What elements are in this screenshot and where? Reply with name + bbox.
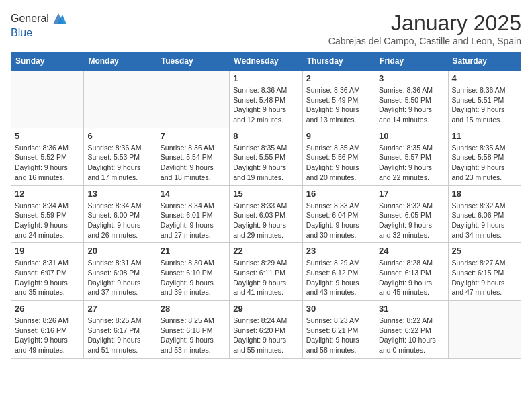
calendar-cell: 14Sunrise: 8:34 AMSunset: 6:01 PMDayligh… (157, 185, 229, 243)
day-number: 17 (379, 189, 444, 199)
calendar-cell: 18Sunrise: 8:32 AMSunset: 6:06 PMDayligh… (448, 185, 521, 243)
day-info: Sunrise: 8:34 AMSunset: 6:01 PMDaylight:… (161, 201, 226, 240)
calendar-cell: 13Sunrise: 8:34 AMSunset: 6:00 PMDayligh… (84, 185, 157, 243)
day-info: Sunrise: 8:35 AMSunset: 5:55 PMDaylight:… (233, 143, 298, 183)
calendar-cell: 19Sunrise: 8:31 AMSunset: 6:07 PMDayligh… (11, 243, 84, 301)
day-number: 11 (452, 131, 517, 141)
day-number: 21 (161, 246, 226, 256)
day-number: 24 (379, 246, 444, 256)
weekday-header-monday: Monday (84, 52, 157, 71)
day-info: Sunrise: 8:32 AMSunset: 6:06 PMDaylight:… (452, 201, 517, 240)
day-number: 9 (306, 131, 371, 141)
calendar-week-row: 5Sunrise: 8:36 AMSunset: 5:52 PMDaylight… (11, 128, 521, 185)
page-header: General Blue January 2025 Cabrejas del C… (11, 11, 521, 46)
month-title: January 2025 (328, 11, 521, 36)
calendar-week-row: 26Sunrise: 8:26 AMSunset: 6:16 PMDayligh… (11, 301, 521, 359)
calendar-cell: 25Sunrise: 8:27 AMSunset: 6:15 PMDayligh… (448, 243, 521, 301)
day-number: 15 (233, 189, 298, 199)
logo-blue-text: Blue (11, 27, 66, 39)
day-info: Sunrise: 8:33 AMSunset: 6:03 PMDaylight:… (233, 201, 298, 240)
location-subtitle: Cabrejas del Campo, Castille and Leon, S… (328, 36, 521, 46)
day-number: 23 (306, 246, 371, 256)
calendar-cell: 16Sunrise: 8:33 AMSunset: 6:04 PMDayligh… (302, 185, 375, 243)
day-info: Sunrise: 8:25 AMSunset: 6:18 PMDaylight:… (161, 316, 226, 355)
day-info: Sunrise: 8:27 AMSunset: 6:15 PMDaylight:… (452, 258, 517, 298)
calendar-cell: 24Sunrise: 8:28 AMSunset: 6:13 PMDayligh… (375, 243, 448, 301)
day-info: Sunrise: 8:34 AMSunset: 5:59 PMDaylight:… (15, 201, 80, 240)
day-number: 5 (15, 131, 80, 141)
day-info: Sunrise: 8:22 AMSunset: 6:22 PMDaylight:… (379, 316, 444, 355)
calendar-cell: 7Sunrise: 8:36 AMSunset: 5:54 PMDaylight… (157, 128, 229, 185)
day-info: Sunrise: 8:36 AMSunset: 5:49 PMDaylight:… (306, 85, 371, 125)
day-info: Sunrise: 8:36 AMSunset: 5:52 PMDaylight:… (15, 143, 80, 183)
day-info: Sunrise: 8:36 AMSunset: 5:48 PMDaylight:… (233, 85, 298, 125)
weekday-header-friday: Friday (375, 52, 448, 71)
calendar-cell: 12Sunrise: 8:34 AMSunset: 5:59 PMDayligh… (11, 185, 84, 243)
day-info: Sunrise: 8:33 AMSunset: 6:04 PMDaylight:… (306, 201, 371, 240)
logo: General Blue (11, 11, 66, 39)
calendar-cell: 8Sunrise: 8:35 AMSunset: 5:55 PMDaylight… (230, 128, 302, 185)
day-info: Sunrise: 8:36 AMSunset: 5:54 PMDaylight:… (161, 143, 226, 183)
day-number: 10 (379, 131, 444, 141)
day-number: 27 (87, 304, 152, 314)
calendar-cell: 26Sunrise: 8:26 AMSunset: 6:16 PMDayligh… (11, 301, 84, 359)
calendar-cell: 27Sunrise: 8:25 AMSunset: 6:17 PMDayligh… (84, 301, 157, 359)
calendar-cell: 9Sunrise: 8:35 AMSunset: 5:56 PMDaylight… (302, 128, 375, 185)
day-number: 7 (161, 131, 226, 141)
day-number: 1 (233, 73, 298, 83)
calendar-cell: 30Sunrise: 8:23 AMSunset: 6:21 PMDayligh… (302, 301, 375, 359)
day-info: Sunrise: 8:31 AMSunset: 6:07 PMDaylight:… (15, 258, 80, 298)
weekday-header-saturday: Saturday (448, 52, 521, 71)
day-info: Sunrise: 8:36 AMSunset: 5:50 PMDaylight:… (379, 85, 444, 125)
calendar-cell: 21Sunrise: 8:30 AMSunset: 6:10 PMDayligh… (157, 243, 229, 301)
calendar-cell: 29Sunrise: 8:24 AMSunset: 6:20 PMDayligh… (230, 301, 302, 359)
day-info: Sunrise: 8:35 AMSunset: 5:58 PMDaylight:… (452, 143, 517, 183)
day-info: Sunrise: 8:35 AMSunset: 5:57 PMDaylight:… (379, 143, 444, 183)
logo-icon (50, 11, 66, 27)
calendar-cell: 22Sunrise: 8:29 AMSunset: 6:11 PMDayligh… (230, 243, 302, 301)
day-number: 26 (15, 304, 80, 314)
calendar-cell: 11Sunrise: 8:35 AMSunset: 5:58 PMDayligh… (448, 128, 521, 185)
day-info: Sunrise: 8:23 AMSunset: 6:21 PMDaylight:… (306, 316, 371, 355)
calendar-cell: 5Sunrise: 8:36 AMSunset: 5:52 PMDaylight… (11, 128, 84, 185)
calendar-table: SundayMondayTuesdayWednesdayThursdayFrid… (11, 52, 521, 359)
calendar-cell: 17Sunrise: 8:32 AMSunset: 6:05 PMDayligh… (375, 185, 448, 243)
day-info: Sunrise: 8:30 AMSunset: 6:10 PMDaylight:… (161, 258, 226, 298)
calendar-cell: 28Sunrise: 8:25 AMSunset: 6:18 PMDayligh… (157, 301, 229, 359)
calendar-cell (11, 71, 84, 128)
day-number: 4 (452, 73, 517, 83)
day-info: Sunrise: 8:36 AMSunset: 5:53 PMDaylight:… (87, 143, 152, 183)
day-number: 19 (15, 246, 80, 256)
day-info: Sunrise: 8:36 AMSunset: 5:51 PMDaylight:… (452, 85, 517, 125)
day-info: Sunrise: 8:35 AMSunset: 5:56 PMDaylight:… (306, 143, 371, 183)
day-number: 6 (87, 131, 152, 141)
calendar-cell: 1Sunrise: 8:36 AMSunset: 5:48 PMDaylight… (230, 71, 302, 128)
calendar-cell: 10Sunrise: 8:35 AMSunset: 5:57 PMDayligh… (375, 128, 448, 185)
calendar-cell: 15Sunrise: 8:33 AMSunset: 6:03 PMDayligh… (230, 185, 302, 243)
title-block: January 2025 Cabrejas del Campo, Castill… (328, 11, 521, 46)
calendar-cell (448, 301, 521, 359)
calendar-cell: 2Sunrise: 8:36 AMSunset: 5:49 PMDaylight… (302, 71, 375, 128)
day-number: 14 (161, 189, 226, 199)
calendar-week-row: 19Sunrise: 8:31 AMSunset: 6:07 PMDayligh… (11, 243, 521, 301)
day-number: 12 (15, 189, 80, 199)
calendar-cell: 31Sunrise: 8:22 AMSunset: 6:22 PMDayligh… (375, 301, 448, 359)
day-info: Sunrise: 8:32 AMSunset: 6:05 PMDaylight:… (379, 201, 444, 240)
day-number: 28 (161, 304, 226, 314)
day-info: Sunrise: 8:25 AMSunset: 6:17 PMDaylight:… (87, 316, 152, 355)
calendar-cell (84, 71, 157, 128)
day-number: 2 (306, 73, 371, 83)
day-number: 13 (87, 189, 152, 199)
weekday-header-sunday: Sunday (11, 52, 84, 71)
weekday-header-row: SundayMondayTuesdayWednesdayThursdayFrid… (11, 52, 521, 71)
calendar-week-row: 12Sunrise: 8:34 AMSunset: 5:59 PMDayligh… (11, 185, 521, 243)
day-number: 3 (379, 73, 444, 83)
day-number: 18 (452, 189, 517, 199)
calendar-cell: 3Sunrise: 8:36 AMSunset: 5:50 PMDaylight… (375, 71, 448, 128)
day-info: Sunrise: 8:29 AMSunset: 6:12 PMDaylight:… (306, 258, 371, 298)
calendar-week-row: 1Sunrise: 8:36 AMSunset: 5:48 PMDaylight… (11, 71, 521, 128)
weekday-header-tuesday: Tuesday (157, 52, 229, 71)
day-info: Sunrise: 8:26 AMSunset: 6:16 PMDaylight:… (15, 316, 80, 355)
calendar-cell: 23Sunrise: 8:29 AMSunset: 6:12 PMDayligh… (302, 243, 375, 301)
calendar-cell: 6Sunrise: 8:36 AMSunset: 5:53 PMDaylight… (84, 128, 157, 185)
